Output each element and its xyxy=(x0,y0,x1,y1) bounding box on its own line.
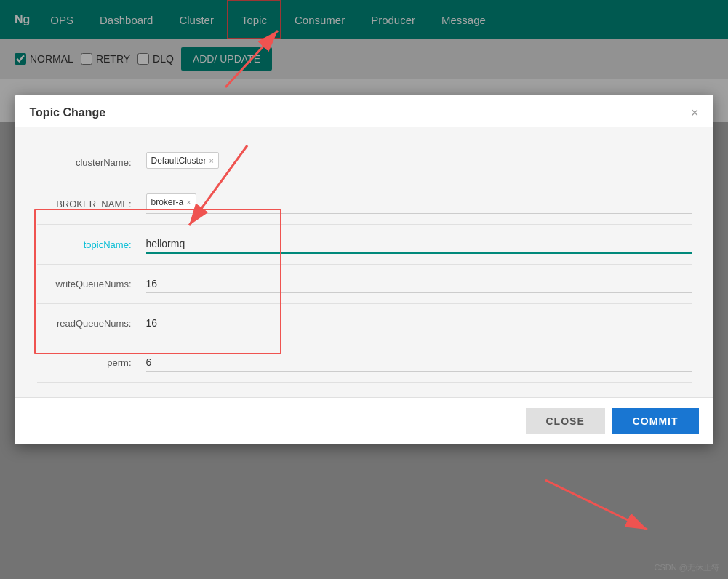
form-row-writequeue: writeQueueNums: xyxy=(37,265,692,304)
label-writequeue: writeQueueNums: xyxy=(37,279,146,290)
tag-broker-remove-icon[interactable]: × xyxy=(186,198,191,207)
modal-title: Topic Change xyxy=(30,106,106,119)
perm-input[interactable] xyxy=(146,354,692,372)
label-topicname: topicName: xyxy=(37,239,146,250)
form-row-clustername: clusterName: DefaultCluster × xyxy=(37,142,692,183)
brokername-wrap: broker-a × xyxy=(146,193,692,214)
tag-defaultcluster: DefaultCluster × xyxy=(146,152,219,169)
form-row-perm: perm: xyxy=(37,343,692,383)
form-row-topicname: topicName: xyxy=(37,225,692,265)
tag-label: DefaultCluster xyxy=(151,156,207,166)
writequeue-input[interactable] xyxy=(146,275,692,293)
topicname-input[interactable] xyxy=(146,235,692,254)
modal-header: Topic Change × xyxy=(15,95,713,127)
watermark: CSDN @无休止符 xyxy=(655,562,719,573)
label-brokername: BROKER_NAME: xyxy=(37,199,146,209)
modal-footer: CLOSE COMMIT xyxy=(15,397,713,444)
form-row-readqueue: readQueueNums: xyxy=(37,304,692,343)
form-row-brokername: BROKER_NAME: broker-a × xyxy=(37,183,692,225)
topicname-wrap xyxy=(146,235,692,254)
label-perm: perm: xyxy=(37,357,146,368)
commit-button[interactable]: COMMIT xyxy=(612,408,699,434)
writequeue-wrap xyxy=(146,275,692,293)
tag-broker-label: broker-a xyxy=(151,197,184,207)
clustername-tag-input[interactable]: DefaultCluster × xyxy=(146,152,692,172)
tag-remove-icon[interactable]: × xyxy=(209,156,214,165)
label-clustername: clusterName: xyxy=(37,157,146,168)
readqueue-input[interactable] xyxy=(146,314,692,332)
perm-wrap xyxy=(146,354,692,372)
tag-broker-a: broker-a × xyxy=(146,193,196,210)
topic-change-modal: Topic Change × clusterName: DefaultClust… xyxy=(15,95,713,444)
modal-overlay: Topic Change × clusterName: DefaultClust… xyxy=(0,0,728,579)
modal-body: clusterName: DefaultCluster × BROKER_NAM… xyxy=(15,127,713,397)
close-button[interactable]: CLOSE xyxy=(526,408,605,434)
clustername-wrap: DefaultCluster × xyxy=(146,152,692,172)
label-readqueue: readQueueNums: xyxy=(37,318,146,329)
brokername-tag-input[interactable]: broker-a × xyxy=(146,193,692,214)
modal-close-button[interactable]: × xyxy=(691,106,699,119)
readqueue-wrap xyxy=(146,314,692,332)
